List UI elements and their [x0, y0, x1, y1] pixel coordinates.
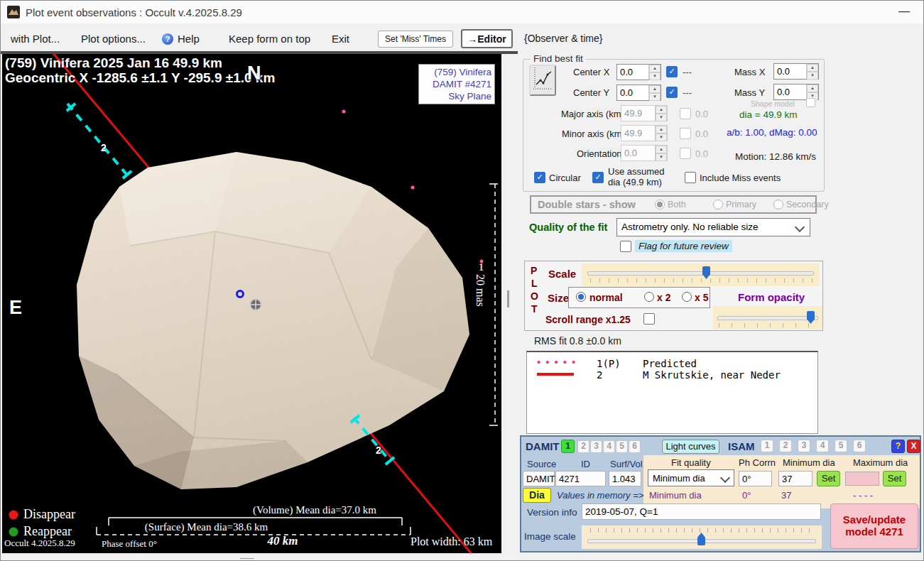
- damit-model-4-button[interactable]: 4: [603, 440, 615, 453]
- orientation-checkbox[interactable]: [680, 148, 691, 159]
- image-scale-slider[interactable]: [582, 525, 822, 549]
- app-icon: [7, 6, 20, 18]
- radio-primary[interactable]: [713, 200, 723, 209]
- scale-slider-track[interactable]: [587, 271, 814, 276]
- major-axis-label: Major axis (km): [561, 109, 624, 119]
- major-axis-checkbox[interactable]: [680, 108, 691, 119]
- spin-down-icon[interactable]: ▼: [649, 72, 661, 80]
- center-y-spinner[interactable]: 0.0 ▲▼: [616, 85, 661, 101]
- center-x-spinner[interactable]: 0.0 ▲▼: [616, 64, 661, 80]
- major-axis-spinner[interactable]: 49.9 ▲▼: [621, 105, 668, 121]
- menu-exit[interactable]: Exit: [332, 33, 349, 45]
- damit-model-2-button[interactable]: 2: [577, 440, 589, 453]
- plot-splitter-handle[interactable]: [507, 290, 509, 307]
- quality-combobox[interactable]: Astrometry only. No reliable size: [616, 218, 810, 236]
- source-header: Source: [527, 459, 556, 469]
- fit-chart-button[interactable]: [529, 65, 556, 96]
- menu-keep-on-top[interactable]: Keep form on top: [229, 33, 310, 45]
- center-x-checkbox[interactable]: ✓: [666, 66, 678, 77]
- opacity-slider[interactable]: [713, 306, 822, 329]
- list-row[interactable]: ••••• 1(P) Predicted: [527, 358, 817, 369]
- isam-model-4-button[interactable]: 4: [816, 440, 829, 452]
- isam-model-5-button[interactable]: 5: [835, 440, 847, 452]
- dia-readout: dia = 49.9 km: [739, 109, 797, 120]
- minor-axis-checkbox[interactable]: [680, 128, 691, 139]
- spin-up-icon[interactable]: ▲: [649, 85, 661, 93]
- circular-label: Circular: [549, 173, 581, 183]
- damit-model-1-button[interactable]: 1: [561, 440, 575, 453]
- spin-up-icon[interactable]: ▲: [807, 85, 818, 92]
- isam-model-1-button[interactable]: 1: [761, 440, 773, 452]
- shape-model-checkbox[interactable]: [806, 98, 815, 107]
- spin-up-icon[interactable]: ▲: [649, 65, 661, 72]
- opacity-slider-thumb[interactable]: [807, 311, 815, 324]
- spin-down-icon[interactable]: ▼: [649, 93, 661, 101]
- flag-review-checkbox[interactable]: [620, 241, 631, 252]
- spin-down-icon[interactable]: ▼: [807, 72, 818, 80]
- isam-model-6-button[interactable]: 6: [853, 440, 866, 452]
- dia-button[interactable]: Dia: [523, 488, 551, 503]
- set-minimum-button[interactable]: Set: [817, 471, 840, 486]
- minor-axis-spinner[interactable]: 49.9 ▲▼: [621, 125, 668, 141]
- spin-up-icon[interactable]: ▲: [807, 64, 818, 72]
- scale-slider[interactable]: [582, 263, 820, 286]
- values-in-memory-label: Values in memory =>: [557, 490, 643, 501]
- radio-both[interactable]: [655, 200, 665, 209]
- isam-model-3-button[interactable]: 3: [798, 440, 810, 452]
- save-update-model-button[interactable]: Save/update model 4271: [830, 503, 918, 549]
- radio-size-x5[interactable]: [682, 292, 692, 302]
- chevron-down-icon[interactable]: [720, 473, 730, 483]
- opacity-slider-track[interactable]: [717, 316, 818, 320]
- set-miss-times-button[interactable]: Set 'Miss' Times: [378, 31, 453, 48]
- menu-plot-options[interactable]: Plot options...: [81, 33, 146, 45]
- version-info-field[interactable]: 2019-05-07, Q=1: [582, 503, 821, 520]
- chord-label-upper: 2: [101, 142, 107, 153]
- set-maximum-button[interactable]: Set: [883, 471, 906, 486]
- menu-with-plot[interactable]: with Plot...: [11, 33, 60, 45]
- id-header: ID: [581, 459, 590, 469]
- mas-scale-bracket: [489, 184, 498, 425]
- spin-down-icon: ▼: [656, 134, 667, 141]
- image-scale-thumb[interactable]: [697, 533, 705, 545]
- scroll-range-checkbox[interactable]: [643, 313, 655, 325]
- use-assumed-label-1: Use assumed: [608, 166, 664, 177]
- image-scale-label: Image scale: [524, 531, 576, 542]
- damit-model-3-button[interactable]: 3: [590, 440, 602, 453]
- editor-button[interactable]: →Editor: [461, 29, 513, 48]
- radio-size-x2[interactable]: [644, 292, 654, 302]
- fit-quality-combobox[interactable]: Minimum dia: [648, 469, 734, 486]
- damit-model-6-button[interactable]: 6: [629, 440, 641, 453]
- include-miss-checkbox[interactable]: [685, 172, 696, 183]
- observation-listbox[interactable]: ••••• 1(P) Predicted 2 M Skrutskie, near…: [526, 351, 818, 434]
- list-row[interactable]: 2 M Skrutskie, near Neder: [527, 369, 817, 381]
- minimize-button[interactable]: —: [898, 5, 910, 18]
- image-scale-ticks: [590, 528, 813, 533]
- chevron-down-icon[interactable]: [795, 222, 805, 232]
- ph-corrn-field[interactable]: 0°: [739, 471, 772, 486]
- list-row-name: Predicted: [643, 358, 697, 369]
- predicted-dotted-marker: •••••: [537, 358, 580, 366]
- center-y-checkbox[interactable]: ✓: [666, 87, 678, 98]
- use-assumed-checkbox[interactable]: ✓: [592, 172, 604, 183]
- observed-solid-marker: [537, 373, 574, 376]
- damit-model-5-button[interactable]: 5: [616, 440, 628, 453]
- radio-secondary[interactable]: [773, 200, 783, 209]
- scroll-range-label: Scroll range x1.25: [545, 314, 631, 325]
- menu-help[interactable]: Help: [178, 33, 200, 45]
- orientation-spinner[interactable]: 0.0 ▲▼: [621, 145, 668, 161]
- resize-grip[interactable]: [240, 557, 254, 561]
- scale-slider-thumb[interactable]: [702, 266, 710, 279]
- id-field[interactable]: 4271: [555, 471, 606, 486]
- isam-model-2-button[interactable]: 2: [779, 440, 792, 452]
- light-curves-button[interactable]: Light curves: [662, 440, 719, 454]
- minor-axis-value: 0.0: [695, 129, 708, 139]
- damit-close-button[interactable]: X: [907, 440, 920, 453]
- size-label: Size: [548, 292, 569, 304]
- sky-plane-plot[interactable]: (759) Vinifera 2025 Jan 16 49.9 km Geoce…: [2, 54, 501, 553]
- maximum-dia-field[interactable]: [845, 472, 879, 486]
- mass-x-spinner[interactable]: 0.0 ▲▼: [773, 63, 819, 80]
- radio-size-normal[interactable]: [576, 292, 586, 302]
- minimum-dia-field[interactable]: 37: [778, 471, 812, 486]
- damit-help-button[interactable]: ?: [891, 440, 905, 453]
- circular-checkbox[interactable]: ✓: [534, 172, 545, 183]
